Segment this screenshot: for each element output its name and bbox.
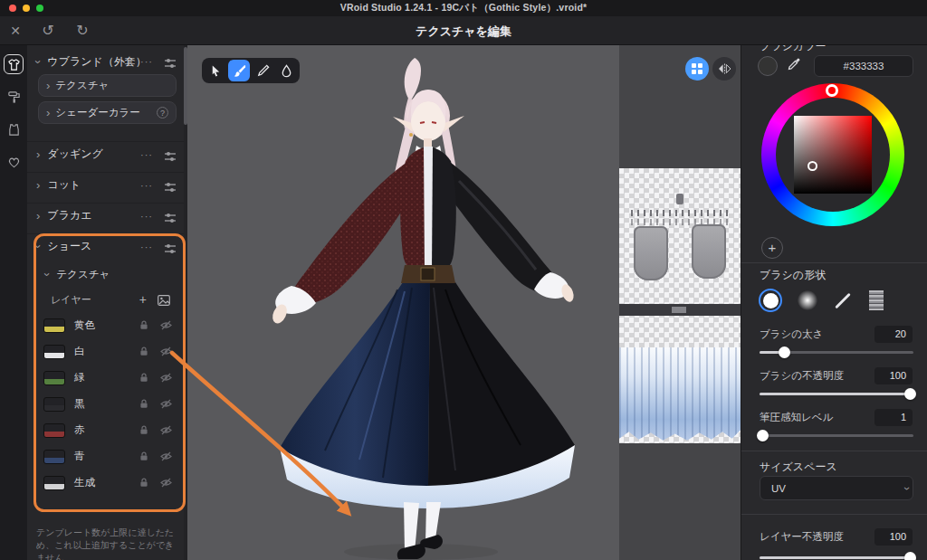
hex-color-input[interactable]: #333333 — [814, 55, 913, 77]
close-window-button[interactable] — [9, 5, 16, 12]
brush-size-slider[interactable] — [760, 346, 913, 358]
vest-icon — [7, 123, 21, 137]
section-row[interactable]: › ダッギング ··· — [27, 141, 187, 166]
lock-icon[interactable] — [139, 370, 148, 386]
import-image-icon[interactable] — [158, 293, 170, 309]
filter-settings-icon[interactable] — [164, 180, 177, 196]
viewport-3d[interactable] — [187, 45, 619, 560]
brush-size-label: ブラシの太さ — [760, 327, 823, 341]
brush-shape-textured[interactable] — [862, 286, 891, 315]
visibility-off-icon[interactable] — [160, 344, 172, 360]
filter-settings-icon[interactable] — [164, 211, 177, 227]
layer-name: 青 — [74, 450, 85, 463]
brush-size-value[interactable]: 20 — [874, 326, 913, 343]
select-tool-button[interactable] — [205, 60, 226, 81]
rail-outfit-button[interactable] — [4, 54, 24, 74]
divider — [741, 514, 927, 515]
shorts-texture-row[interactable]: › テクスチャ — [36, 264, 181, 284]
size-space-label: サイズスペース — [760, 460, 837, 475]
layer-row[interactable]: 白 — [43, 339, 183, 364]
more-options-icon[interactable]: ··· — [140, 242, 153, 252]
eraser-tool-button[interactable] — [252, 60, 273, 81]
brush-shape-round[interactable] — [756, 286, 785, 315]
brush-opacity-slider[interactable] — [760, 388, 913, 400]
help-icon[interactable]: ? — [157, 107, 168, 119]
color-picker-tool-button[interactable] — [275, 60, 297, 81]
rail-innerwear-button[interactable] — [4, 119, 24, 139]
add-color-button[interactable]: + — [761, 237, 783, 259]
layer-opacity-value[interactable]: 100 — [874, 528, 913, 546]
brush-shape-line[interactable] — [828, 286, 857, 315]
brush-color-label: ブラシカラー — [760, 45, 826, 54]
slider-handle[interactable] — [779, 346, 790, 358]
brush-shape-soft[interactable] — [793, 286, 822, 315]
rail-paint-button[interactable] — [4, 87, 24, 107]
color-wheel — [761, 83, 904, 226]
brush-opacity-value[interactable]: 100 — [874, 367, 913, 384]
visibility-off-icon[interactable] — [160, 475, 172, 491]
hue-indicator[interactable] — [826, 84, 838, 97]
visibility-off-icon[interactable] — [160, 449, 172, 465]
maximize-window-button[interactable] — [36, 5, 43, 12]
texture-button[interactable]: › テクスチャ — [38, 74, 177, 97]
more-options-icon[interactable]: ··· — [140, 56, 153, 67]
sliders-icon — [164, 58, 177, 69]
texture-preview[interactable] — [619, 168, 741, 443]
character-model[interactable] — [187, 45, 619, 560]
size-space-select[interactable]: UV › — [760, 476, 913, 500]
chevron-down-icon: › — [41, 272, 54, 276]
sv-square[interactable] — [794, 116, 872, 194]
lock-icon[interactable] — [139, 422, 148, 439]
current-color-swatch[interactable] — [758, 56, 778, 76]
add-layer-icon[interactable]: + — [139, 292, 147, 307]
brush-settings-panel: ブラシカラー #333333 + ブラシの形状 ブラシの太さ 20 ブラシの不透… — [741, 45, 927, 560]
section-row[interactable]: › ブラカエ ··· — [27, 203, 187, 228]
texture-view-toggle[interactable] — [685, 57, 709, 81]
section-label: ウブランド（外套） — [47, 54, 146, 70]
lock-icon[interactable] — [139, 344, 148, 360]
lock-icon[interactable] — [139, 475, 148, 491]
more-options-icon[interactable]: ··· — [140, 180, 153, 191]
layer-row[interactable]: 黄色 — [43, 313, 183, 337]
section-outer[interactable]: › ウブランド（外套） ··· — [27, 49, 187, 74]
slider-handle[interactable] — [904, 388, 916, 400]
lock-icon[interactable] — [139, 318, 148, 334]
section-shorts[interactable]: › ショース ··· — [27, 233, 187, 259]
texture-skirt — [619, 347, 741, 443]
layer-row[interactable]: 緑 — [43, 365, 183, 390]
divider — [741, 451, 927, 451]
pressure-level-value[interactable]: 1 — [874, 409, 913, 426]
layer-row[interactable]: 黒 — [43, 392, 183, 416]
eyedropper-icon[interactable] — [787, 57, 801, 75]
rail-favorites-button[interactable] — [4, 152, 24, 172]
lock-icon[interactable] — [139, 396, 148, 413]
sv-indicator[interactable] — [808, 161, 817, 171]
slider-handle[interactable] — [904, 552, 916, 560]
visibility-off-icon[interactable] — [160, 422, 172, 439]
visibility-off-icon[interactable] — [160, 318, 172, 334]
brush-tool-button[interactable] — [228, 60, 250, 81]
slider-handle[interactable] — [757, 430, 769, 441]
app-window: VRoid Studio 1.24.1 - 19Cパト（Gothic Style… — [0, 0, 927, 560]
more-options-icon[interactable]: ··· — [140, 149, 153, 160]
lock-icon[interactable] — [139, 449, 148, 465]
brush-shape-label: ブラシの形状 — [760, 268, 826, 283]
filter-settings-icon[interactable] — [164, 56, 177, 72]
layer-row[interactable]: 生成 — [43, 470, 183, 495]
shader-color-button[interactable]: › シェーダーカラー ? — [38, 101, 177, 124]
more-options-icon[interactable]: ··· — [140, 211, 153, 222]
layer-row[interactable]: 青 — [43, 444, 183, 469]
mirror-view-toggle[interactable] — [712, 57, 736, 81]
layer-row[interactable]: 赤 — [43, 418, 183, 442]
window-title: VRoid Studio 1.24.1 - 19Cパト（Gothic Style… — [340, 2, 588, 14]
layer-thumbnail — [43, 423, 65, 438]
paint-toolbar — [202, 58, 300, 83]
layer-opacity-slider[interactable] — [760, 552, 913, 560]
filter-settings-icon[interactable] — [164, 149, 177, 166]
pressure-level-slider[interactable] — [760, 430, 913, 441]
filter-settings-icon[interactable] — [164, 242, 177, 258]
minimize-window-button[interactable] — [23, 5, 30, 12]
visibility-off-icon[interactable] — [160, 396, 172, 413]
section-row[interactable]: › コット ··· — [27, 172, 187, 197]
visibility-off-icon[interactable] — [160, 370, 172, 386]
